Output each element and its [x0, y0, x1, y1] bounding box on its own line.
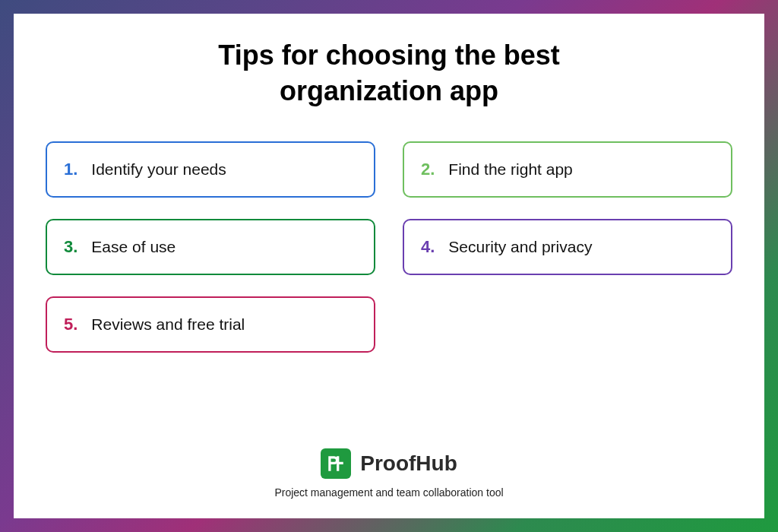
tip-card-5: 5. Reviews and free trial: [46, 296, 375, 353]
tip-text: Security and privacy: [448, 238, 592, 256]
tip-text: Reviews and free trial: [91, 315, 245, 334]
gradient-frame: Tips for choosing the best organization …: [0, 0, 778, 532]
tips-grid: 1. Identify your needs 2. Find the right…: [46, 141, 732, 353]
brand-tagline: Project management and team collaboratio…: [274, 486, 503, 499]
tip-card-3: 3. Ease of use: [46, 219, 375, 275]
content-panel: Tips for choosing the best organization …: [14, 14, 764, 518]
tip-number: 5.: [64, 315, 77, 334]
tip-card-1: 1. Identify your needs: [46, 141, 375, 198]
tip-number: 4.: [421, 237, 435, 257]
tip-text: Find the right app: [448, 160, 572, 179]
brand: ProofHub: [321, 448, 457, 479]
footer: ProofHub Project management and team col…: [46, 448, 732, 503]
tip-text: Ease of use: [91, 238, 176, 256]
tip-number: 1.: [64, 160, 77, 179]
proofhub-logo-icon: [321, 448, 351, 479]
page-title: Tips for choosing the best organization …: [161, 38, 617, 109]
brand-name: ProofHub: [360, 451, 457, 476]
tip-card-4: 4. Security and privacy: [403, 219, 732, 275]
tip-number: 3.: [64, 237, 77, 257]
tip-card-2: 2. Find the right app: [403, 141, 732, 198]
tip-number: 2.: [421, 160, 435, 179]
tip-text: Identify your needs: [91, 160, 226, 179]
